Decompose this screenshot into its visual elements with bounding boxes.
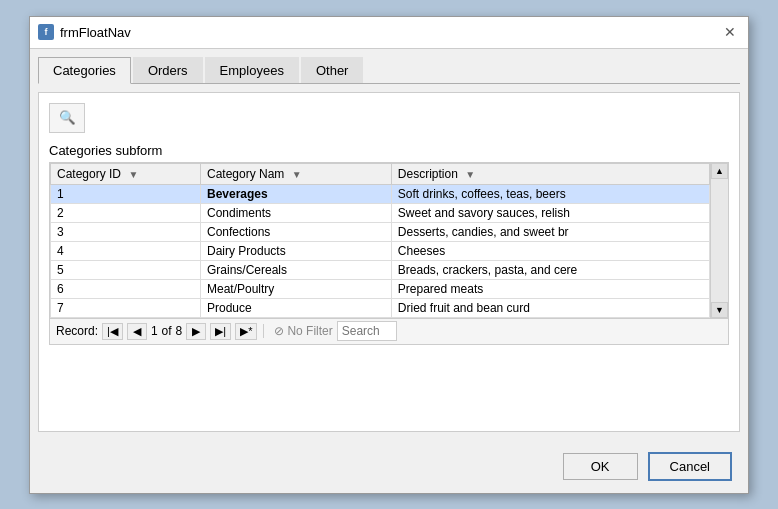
table-body: 1BeveragesSoft drinks, coffees, teas, be… bbox=[51, 184, 710, 317]
table-row[interactable]: 1BeveragesSoft drinks, coffees, teas, be… bbox=[51, 184, 710, 203]
tab-employees[interactable]: Employees bbox=[205, 57, 299, 83]
table-row[interactable]: 2CondimentsSweet and savory sauces, reli… bbox=[51, 203, 710, 222]
cell-description: Breads, crackers, pasta, and cere bbox=[391, 260, 709, 279]
cancel-button[interactable]: Cancel bbox=[648, 452, 732, 481]
dialog-window: f frmFloatNav ✕ Categories Orders Employ… bbox=[29, 16, 749, 494]
nav-last-button[interactable]: ▶| bbox=[210, 323, 231, 340]
cell-name: Dairy Products bbox=[200, 241, 391, 260]
cell-description: Soft drinks, coffees, teas, beers bbox=[391, 184, 709, 203]
cell-description: Desserts, candies, and sweet br bbox=[391, 222, 709, 241]
cell-description: Prepared meats bbox=[391, 279, 709, 298]
table-row[interactable]: 3ConfectionsDesserts, candies, and sweet… bbox=[51, 222, 710, 241]
cell-id: 3 bbox=[51, 222, 201, 241]
sort-arrow-name: ▼ bbox=[292, 169, 302, 180]
search-button[interactable]: 🔍 bbox=[49, 103, 85, 133]
cell-id: 6 bbox=[51, 279, 201, 298]
record-total: 8 bbox=[176, 324, 183, 338]
nav-new-button[interactable]: ▶* bbox=[235, 323, 257, 340]
table-row[interactable]: 5Grains/CerealsBreads, crackers, pasta, … bbox=[51, 260, 710, 279]
cell-id: 7 bbox=[51, 298, 201, 317]
record-of-label: of bbox=[162, 324, 172, 338]
scroll-down-button[interactable]: ▼ bbox=[711, 302, 728, 318]
vertical-scrollbar[interactable]: ▲ ▼ bbox=[710, 163, 728, 318]
dialog-title: frmFloatNav bbox=[60, 25, 131, 40]
tab-other[interactable]: Other bbox=[301, 57, 364, 83]
title-bar: f frmFloatNav ✕ bbox=[30, 17, 748, 49]
cell-id: 1 bbox=[51, 184, 201, 203]
search-icon: 🔍 bbox=[59, 110, 76, 125]
cell-description: Sweet and savory sauces, relish bbox=[391, 203, 709, 222]
nav-prev-button[interactable]: ◀ bbox=[127, 323, 147, 340]
table-wrapper: Category ID ▼ Category Nam ▼ Description bbox=[50, 163, 710, 318]
sort-arrow-id: ▼ bbox=[128, 169, 138, 180]
cell-description: Cheeses bbox=[391, 241, 709, 260]
cell-description: Dried fruit and bean curd bbox=[391, 298, 709, 317]
no-filter-label: No Filter bbox=[287, 324, 332, 338]
tab-bar: Categories Orders Employees Other bbox=[38, 57, 740, 84]
cell-name: Beverages bbox=[200, 184, 391, 203]
no-filter-area: ⊘ No Filter bbox=[274, 324, 332, 338]
title-bar-left: f frmFloatNav bbox=[38, 24, 131, 40]
filter-icon: ⊘ bbox=[274, 324, 284, 338]
table-header-row: Category ID ▼ Category Nam ▼ Description bbox=[51, 163, 710, 184]
nav-separator bbox=[263, 324, 264, 338]
cell-name: Condiments bbox=[200, 203, 391, 222]
scroll-up-button[interactable]: ▲ bbox=[711, 163, 728, 179]
cell-id: 2 bbox=[51, 203, 201, 222]
cell-name: Grains/Cereals bbox=[200, 260, 391, 279]
nav-next-button[interactable]: ▶ bbox=[186, 323, 206, 340]
categories-table: Category ID ▼ Category Nam ▼ Description bbox=[49, 162, 729, 345]
ok-button[interactable]: OK bbox=[563, 453, 638, 480]
cell-name: Meat/Poultry bbox=[200, 279, 391, 298]
cell-name: Confections bbox=[200, 222, 391, 241]
column-header-id[interactable]: Category ID ▼ bbox=[51, 163, 201, 184]
cell-id: 5 bbox=[51, 260, 201, 279]
close-button[interactable]: ✕ bbox=[720, 22, 740, 42]
sort-arrow-desc: ▼ bbox=[465, 169, 475, 180]
record-label: Record: bbox=[56, 324, 98, 338]
column-header-desc[interactable]: Description ▼ bbox=[391, 163, 709, 184]
tab-categories[interactable]: Categories bbox=[38, 57, 131, 84]
table-row[interactable]: 7ProduceDried fruit and bean curd bbox=[51, 298, 710, 317]
tab-orders[interactable]: Orders bbox=[133, 57, 203, 83]
subform-label: Categories subform bbox=[49, 143, 729, 158]
content-area: 🔍 Categories subform Category ID ▼ bbox=[38, 92, 740, 432]
form-icon: f bbox=[38, 24, 54, 40]
table-scroll-container: Category ID ▼ Category Nam ▼ Description bbox=[50, 163, 728, 318]
record-search-input[interactable] bbox=[337, 321, 397, 341]
record-current: 1 bbox=[151, 324, 158, 338]
data-table: Category ID ▼ Category Nam ▼ Description bbox=[50, 163, 710, 318]
dialog-body: Categories Orders Employees Other 🔍 Cate… bbox=[30, 49, 748, 440]
table-row[interactable]: 4Dairy ProductsCheeses bbox=[51, 241, 710, 260]
scroll-track[interactable] bbox=[711, 179, 728, 302]
table-row[interactable]: 6Meat/PoultryPrepared meats bbox=[51, 279, 710, 298]
cell-name: Produce bbox=[200, 298, 391, 317]
record-navigation: Record: |◀ ◀ 1 of 8 ▶ ▶| ▶* ⊘ No Filter bbox=[50, 318, 728, 344]
nav-first-button[interactable]: |◀ bbox=[102, 323, 123, 340]
cell-id: 4 bbox=[51, 241, 201, 260]
dialog-footer: OK Cancel bbox=[30, 440, 748, 493]
column-header-name[interactable]: Category Nam ▼ bbox=[200, 163, 391, 184]
